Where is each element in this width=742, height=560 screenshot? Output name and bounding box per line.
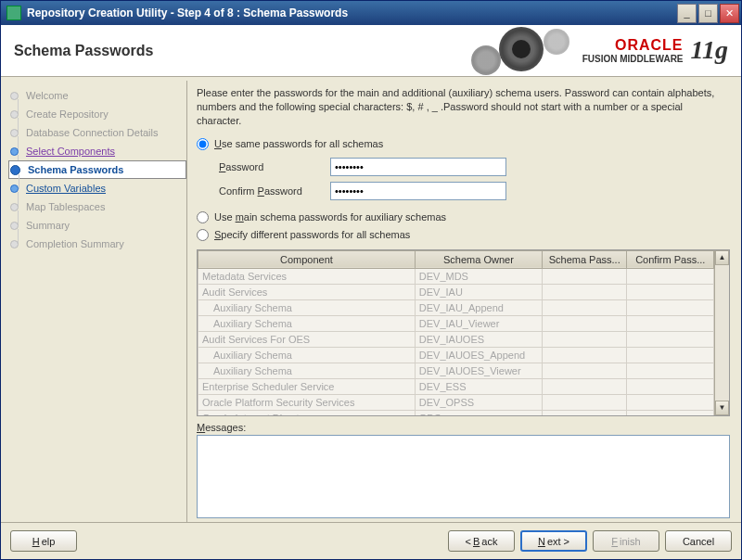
nav-step-select-components[interactable]: Select Components xyxy=(8,142,186,160)
nav-dot-icon xyxy=(10,165,20,175)
cell-schema-pass xyxy=(543,410,627,415)
cell-confirm-pass xyxy=(627,284,714,299)
close-button[interactable]: ✕ xyxy=(720,4,739,23)
table-row: Enterprise Scheduler ServiceDEV_ESS xyxy=(198,378,714,394)
nav-dot-icon xyxy=(10,147,19,156)
cell-component: Auxiliary Schema xyxy=(198,315,416,331)
nav-label: Create Repository xyxy=(26,108,109,120)
nav-dot-icon xyxy=(10,110,19,119)
cell-owner: DEV_IAU_Viewer xyxy=(415,315,542,331)
page-title: Schema Passwords xyxy=(14,43,471,59)
cell-owner: DEV_ESS xyxy=(415,378,542,394)
cell-confirm-pass xyxy=(627,363,714,378)
window-title: Repository Creation Utility - Step 4 of … xyxy=(27,6,675,19)
cell-component: Oracle Internet Directory xyxy=(198,410,416,415)
brand-middleware: FUSION MIDDLEWARE xyxy=(582,54,684,64)
scroll-up-arrow-icon[interactable]: ▲ xyxy=(715,250,729,265)
scroll-track[interactable] xyxy=(715,265,729,401)
header: Schema Passwords ORACLE FUSION MIDDLEWAR… xyxy=(1,25,741,77)
nav-label: Welcome xyxy=(26,90,69,101)
table-row: Auxiliary SchemaDEV_IAUOES_Append xyxy=(198,347,714,363)
column-header[interactable]: Component xyxy=(198,250,416,268)
cell-confirm-pass xyxy=(627,394,714,410)
radio-main-input[interactable] xyxy=(197,211,209,223)
cell-schema-pass xyxy=(543,331,627,347)
finish-button: Finish xyxy=(593,530,659,552)
instruction-text: Please enter the passwords for the main … xyxy=(197,84,730,135)
confirm-password-input[interactable] xyxy=(330,182,506,200)
cell-schema-pass xyxy=(543,378,627,394)
brand-oracle: ORACLE xyxy=(582,37,684,54)
column-header[interactable]: Schema Pass... xyxy=(543,250,627,268)
nav-dot-icon xyxy=(10,185,19,193)
brand-version: 11g xyxy=(691,36,728,65)
table-scrollbar[interactable]: ▲ ▼ xyxy=(714,250,729,415)
next-button[interactable]: Next > xyxy=(520,530,587,552)
cell-schema-pass xyxy=(543,347,627,363)
table-row: Auxiliary SchemaDEV_IAUOES_Viewer xyxy=(198,363,714,378)
cell-owner: DEV_IAU xyxy=(415,284,542,299)
radio-diff-passwords[interactable]: Specify different passwords for all sche… xyxy=(197,226,730,244)
nav-step-custom-variables[interactable]: Custom Variables xyxy=(8,179,186,197)
cell-schema-pass xyxy=(543,315,627,331)
confirm-password-row: Confirm Password xyxy=(219,179,730,203)
back-button[interactable]: < Back xyxy=(448,530,515,552)
cell-component: Oracle Platform Security Services xyxy=(198,394,416,410)
cell-confirm-pass xyxy=(627,331,714,347)
cell-owner: DEV_IAU_Append xyxy=(415,299,542,315)
cell-confirm-pass xyxy=(627,299,714,315)
nav-label: Select Components xyxy=(26,146,115,157)
cell-owner: DEV_IAUOES_Append xyxy=(415,347,542,363)
cell-schema-pass xyxy=(543,268,627,284)
confirm-password-label: Confirm Password xyxy=(219,185,330,197)
password-input[interactable] xyxy=(330,158,506,176)
table-row: Oracle Platform Security ServicesDEV_OPS… xyxy=(198,394,714,410)
password-row: Password xyxy=(219,155,730,179)
radio-same-input[interactable] xyxy=(197,138,209,150)
column-header[interactable]: Confirm Pass... xyxy=(627,250,714,268)
cell-component: Auxiliary Schema xyxy=(198,363,416,378)
cancel-button[interactable]: Cancel xyxy=(665,530,732,552)
nav-dot-icon xyxy=(10,92,19,100)
table-row: Auxiliary SchemaDEV_IAU_Append xyxy=(198,299,714,315)
radio-main-label: Use main schema passwords for auxiliary … xyxy=(214,211,446,223)
footer: Help < Back Next > Finish Cancel xyxy=(1,522,741,559)
nav-label: Completion Summary xyxy=(26,238,124,249)
cell-confirm-pass xyxy=(627,378,714,394)
radio-diff-label: Specify different passwords for all sche… xyxy=(214,229,410,240)
schema-table-scroll: ComponentSchema OwnerSchema Pass...Confi… xyxy=(198,250,714,415)
cell-schema-pass xyxy=(543,284,627,299)
maximize-button[interactable]: □ xyxy=(698,4,718,23)
radio-same-label: Use same passwords for all schemas xyxy=(214,138,383,149)
messages-label: Messages: xyxy=(197,416,730,433)
password-label: Password xyxy=(219,161,330,172)
cell-owner: DEV_OPSS xyxy=(415,394,542,410)
nav-step-schema-passwords: Schema Passwords xyxy=(8,160,186,179)
body: WelcomeCreate RepositoryDatabase Connect… xyxy=(1,77,741,522)
cell-schema-pass xyxy=(543,299,627,315)
table-row: Audit ServicesDEV_IAU xyxy=(198,284,714,299)
table-row: Oracle Internet DirectoryODS xyxy=(198,410,714,415)
radio-diff-input[interactable] xyxy=(197,229,209,241)
minimize-button[interactable]: _ xyxy=(677,4,697,23)
nav-step-summary: Summary xyxy=(8,216,186,235)
cell-component: Auxiliary Schema xyxy=(198,299,416,315)
nav-dot-icon xyxy=(10,203,19,211)
nav-step-create-repository: Create Repository xyxy=(8,105,186,123)
nav-label: Summary xyxy=(26,220,70,231)
scroll-down-arrow-icon[interactable]: ▼ xyxy=(715,401,729,415)
cell-confirm-pass xyxy=(627,268,714,284)
gears-graphic xyxy=(471,25,582,77)
column-header[interactable]: Schema Owner xyxy=(415,250,542,268)
nav-step-completion-summary: Completion Summary xyxy=(8,235,186,253)
nav-label: Database Connection Details xyxy=(26,127,158,138)
radio-main-passwords[interactable]: Use main schema passwords for auxiliary … xyxy=(197,209,730,226)
nav-step-welcome: Welcome xyxy=(8,86,186,105)
cell-schema-pass xyxy=(543,363,627,378)
cell-confirm-pass xyxy=(627,315,714,331)
messages-box[interactable] xyxy=(197,435,730,518)
help-button[interactable]: Help xyxy=(10,530,77,552)
radio-same-passwords[interactable]: Use same passwords for all schemas xyxy=(197,135,730,153)
nav-step-database-connection-details: Database Connection Details xyxy=(8,123,186,142)
cell-owner: DEV_MDS xyxy=(415,268,542,284)
